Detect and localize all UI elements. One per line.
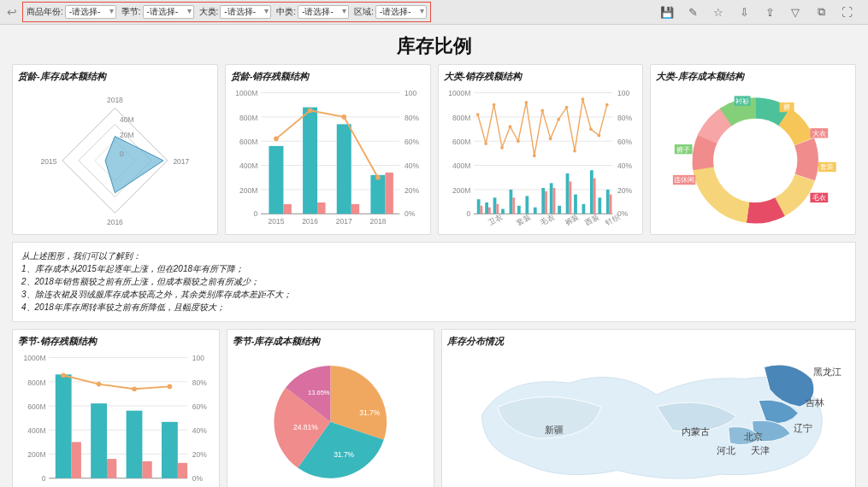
svg-text:1000M: 1000M <box>448 89 470 97</box>
chart-title: 大类-库存成本额结构 <box>656 70 850 83</box>
save-icon[interactable]: 💾 <box>661 6 673 18</box>
svg-text:31.7%: 31.7% <box>359 408 380 417</box>
svg-rect-68 <box>549 183 552 214</box>
notes-heading: 从上述图形，我们可以了解到： <box>21 249 847 262</box>
svg-rect-149 <box>56 374 72 478</box>
svg-text:1000M: 1000M <box>235 89 257 97</box>
svg-rect-70 <box>565 173 569 214</box>
svg-text:2017: 2017 <box>336 217 352 226</box>
svg-rect-27 <box>303 108 317 214</box>
svg-text:20%: 20% <box>617 186 632 195</box>
svg-rect-77 <box>487 208 490 214</box>
filter-select-year[interactable]: -请选择- <box>65 5 116 19</box>
svg-text:套装: 套装 <box>821 163 835 171</box>
svg-text:800M: 800M <box>452 114 469 122</box>
card-bar1: 货龄-销存残额结构 1000M 800M 600M 400M 200M 0 10… <box>225 64 431 235</box>
svg-rect-64 <box>517 206 520 214</box>
svg-text:毛衣: 毛衣 <box>812 194 826 202</box>
svg-point-98 <box>581 97 584 101</box>
svg-text:200M: 200M <box>239 186 257 195</box>
svg-rect-152 <box>107 459 116 478</box>
svg-rect-29 <box>337 124 351 214</box>
svg-text:20%: 20% <box>192 450 207 459</box>
svg-text:80%: 80% <box>404 114 419 122</box>
svg-point-99 <box>589 127 593 131</box>
svg-text:衬衫: 衬衫 <box>735 97 749 105</box>
svg-rect-31 <box>370 175 385 214</box>
svg-text:2015: 2015 <box>268 217 284 226</box>
svg-rect-79 <box>512 197 515 214</box>
svg-point-36 <box>375 175 381 180</box>
back-icon[interactable]: ↩ <box>7 5 17 19</box>
svg-rect-59 <box>476 199 480 214</box>
svg-text:裤: 裤 <box>783 103 790 111</box>
svg-rect-155 <box>162 422 178 478</box>
filter-region: 区域: -请选择- <box>352 5 428 19</box>
svg-text:0: 0 <box>466 209 470 218</box>
bar-chart-3: 1000M 800M 600M 400M 200M 0 100 80% 60% … <box>18 351 214 487</box>
svg-rect-71 <box>574 195 577 214</box>
svg-rect-83 <box>593 179 595 214</box>
svg-text:200M: 200M <box>452 186 469 195</box>
filter-select-mid[interactable]: -请选择- <box>298 5 349 19</box>
svg-rect-154 <box>142 461 151 478</box>
svg-text:2016: 2016 <box>302 217 318 226</box>
svg-text:2018: 2018 <box>107 96 123 104</box>
svg-text:裤装: 裤装 <box>563 212 581 227</box>
edit-icon[interactable]: ✎ <box>687 6 699 18</box>
card-pie: 季节-库存成本额结构 31.7% 31.7% 24.81% 13.65% <box>227 329 434 487</box>
share-icon[interactable]: ⇪ <box>764 6 776 18</box>
svg-point-96 <box>564 106 568 109</box>
bar-chart-2: 1000M 800M 600M 400M 200M 0 100 80% 60% … <box>444 86 638 232</box>
filter-season: 季节: -请选择- <box>120 5 196 19</box>
svg-point-160 <box>168 384 173 390</box>
filter-icon[interactable]: ▽ <box>789 6 801 18</box>
svg-text:400M: 400M <box>27 426 45 435</box>
filter-label: 大类: <box>199 6 219 18</box>
svg-point-89 <box>508 125 511 128</box>
notes-line: 2、2018年销售额较之前有所上涨，但成本额较之前有所减少； <box>21 275 847 288</box>
filter-label: 商品年份: <box>27 6 63 18</box>
map-label: 吉林 <box>806 396 824 409</box>
svg-text:40%: 40% <box>404 161 419 170</box>
filter-select-region[interactable]: -请选择- <box>375 5 427 19</box>
map-label: 北京 <box>744 431 763 443</box>
svg-text:0%: 0% <box>192 474 204 483</box>
copy-icon[interactable]: ⧉ <box>815 6 827 18</box>
svg-rect-84 <box>609 195 611 214</box>
svg-rect-74 <box>598 197 601 214</box>
svg-point-91 <box>524 101 528 104</box>
toolbar: ↩ 商品年份: -请选择- 季节: -请选择- 大类: -请选择- 中类: -请… <box>0 0 868 25</box>
svg-text:40%: 40% <box>617 161 632 170</box>
svg-point-86 <box>484 142 487 145</box>
svg-text:400M: 400M <box>239 161 257 170</box>
filter-select-major[interactable]: -请选择- <box>220 5 271 19</box>
export-icon[interactable]: ⇩ <box>738 6 750 18</box>
svg-point-85 <box>475 113 479 116</box>
svg-rect-60 <box>485 202 488 214</box>
star-icon[interactable]: ☆ <box>712 6 724 18</box>
filter-select-season[interactable]: -请选择- <box>143 5 194 19</box>
svg-text:800M: 800M <box>27 378 45 387</box>
svg-rect-151 <box>91 403 107 478</box>
svg-point-95 <box>557 118 560 121</box>
svg-rect-150 <box>72 442 81 478</box>
card-radar: 货龄-库存成本额结构 2018 2017 2016 2015 40M 20M 0 <box>12 64 218 235</box>
svg-text:2016: 2016 <box>107 218 123 226</box>
svg-rect-75 <box>605 190 609 214</box>
fullscreen-icon[interactable]: ⛶ <box>841 6 853 18</box>
svg-text:2017: 2017 <box>173 157 189 166</box>
map-label: 天津 <box>751 444 770 457</box>
svg-point-33 <box>274 137 279 142</box>
chart-title: 季节-库存成本额结构 <box>233 335 428 348</box>
map-label: 河北 <box>717 444 735 457</box>
svg-rect-63 <box>509 190 512 214</box>
svg-rect-80 <box>545 191 547 214</box>
card-bar3: 季节-销存残额结构 1000M 800M 600M 400M 200M 0 10… <box>12 329 220 487</box>
filter-label: 区域: <box>354 6 374 18</box>
svg-text:80%: 80% <box>192 378 207 387</box>
radar-chart: 2018 2017 2016 2015 40M 20M 0 <box>18 86 212 232</box>
map-label: 内蒙古 <box>682 425 710 438</box>
svg-rect-153 <box>127 411 143 478</box>
filter-label: 季节: <box>121 6 141 18</box>
